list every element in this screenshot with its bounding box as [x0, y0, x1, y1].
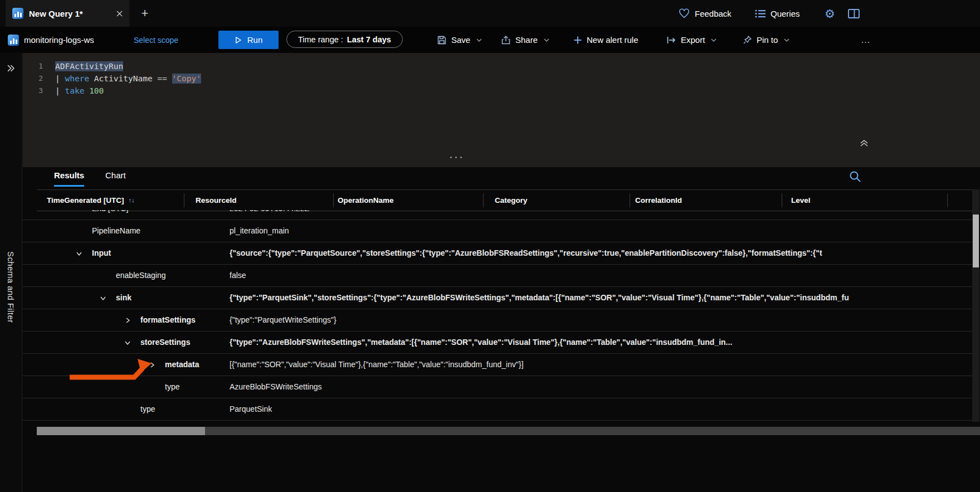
line-number: 3 — [23, 85, 55, 97]
expanded-row-details: End [UTC] 2024-02-09T19:44:22Z PipelineN… — [23, 210, 972, 422]
column-header-level[interactable]: Level — [791, 190, 811, 211]
code-token-number: 100 — [89, 86, 104, 95]
field-value: {"type":"ParquetWriteSettings"} — [230, 309, 953, 331]
column-header-resourceid[interactable]: ResourceId — [196, 190, 237, 211]
code-token-keyword: where — [65, 74, 89, 83]
column-header-category[interactable]: Category — [495, 190, 528, 211]
results-pane: Results Chart TimeGenerated [UTC] ↑↓ Res… — [23, 167, 980, 492]
select-scope-link[interactable]: Select scope — [134, 27, 178, 53]
detail-row[interactable]: End [UTC] 2024-02-09T19:44:22Z — [23, 210, 972, 220]
chevron-down-icon[interactable] — [100, 295, 106, 301]
vertical-scrollbar[interactable] — [972, 189, 979, 422]
more-commands-button[interactable]: … — [861, 27, 871, 53]
chevron-right-icon[interactable] — [149, 362, 155, 368]
time-range-picker[interactable]: Time range : Last 7 days — [286, 31, 403, 48]
log-analytics-icon — [12, 8, 23, 19]
horizontal-scrollbar[interactable] — [37, 427, 980, 435]
detail-row[interactable]: sink {"type":"ParquetSink","storeSetting… — [23, 287, 972, 309]
column-label: ResourceId — [196, 190, 237, 211]
chevron-down-icon[interactable] — [76, 250, 82, 257]
column-header-operationname[interactable]: OperationName — [338, 190, 394, 211]
query-tab-strip: New Query 1* + Feedback Queries ⚙ — [0, 0, 980, 27]
column-label: OperationName — [338, 190, 394, 211]
detail-row-metadata[interactable]: metadata [{"name":"SOR","value":"Visual … — [23, 354, 972, 376]
field-value: ParquetSink — [230, 398, 953, 420]
field-key: Input — [92, 242, 111, 264]
chevron-down-icon[interactable] — [476, 38, 482, 42]
gear-icon: ⚙ — [825, 8, 835, 20]
workspace-name: monitoring-logs-ws — [24, 35, 94, 45]
save-icon — [437, 36, 446, 45]
expand-sidebar-icon[interactable] — [7, 64, 15, 72]
queries-button[interactable]: Queries — [755, 0, 800, 27]
tab-title: New Query 1* — [29, 9, 83, 18]
field-key: type — [140, 398, 155, 420]
pin-to-button[interactable]: Pin to — [743, 27, 789, 53]
detail-row[interactable]: Input {"source":{"type":"ParquetSource",… — [23, 242, 972, 265]
column-divider[interactable] — [947, 193, 948, 207]
detail-row[interactable]: type AzureBlobFSWriteSettings — [23, 376, 972, 398]
column-header-correlationid[interactable]: CorrelationId — [635, 190, 682, 211]
export-label: Export — [681, 35, 705, 45]
vertical-scrollbar-thumb[interactable] — [973, 215, 979, 267]
column-divider[interactable] — [782, 193, 782, 207]
detail-row[interactable]: enableStaging false — [23, 265, 972, 287]
column-divider[interactable] — [184, 193, 184, 207]
share-button[interactable]: Share — [501, 27, 549, 53]
field-key: sink — [116, 287, 131, 309]
column-header-timegenerated[interactable]: TimeGenerated [UTC] ↑↓ — [47, 190, 135, 211]
new-alert-rule-button[interactable]: New alert rule — [574, 27, 638, 53]
side-pane-toggle-button[interactable] — [848, 0, 860, 27]
sidebar-panel-label[interactable]: Schema and Filter — [6, 251, 16, 323]
column-divider[interactable] — [483, 193, 484, 207]
search-icon[interactable] — [849, 171, 861, 183]
field-key: storeSettings — [140, 332, 190, 353]
feedback-label: Feedback — [695, 9, 732, 18]
chevron-down-icon[interactable] — [124, 339, 131, 346]
run-button[interactable]: Run — [218, 31, 279, 49]
code-token-keyword: take — [65, 86, 84, 95]
chevron-down-icon[interactable] — [711, 38, 716, 42]
feedback-button[interactable]: Feedback — [679, 0, 732, 27]
queries-label: Queries — [771, 9, 800, 18]
field-value: {"type":"ParquetSink","storeSettings":{"… — [230, 287, 953, 309]
export-button[interactable]: Export — [667, 27, 716, 53]
settings-button[interactable]: ⚙ — [825, 0, 835, 27]
field-value: false — [230, 265, 953, 286]
detail-row[interactable]: type ParquetSink — [23, 398, 972, 421]
tab-results[interactable]: Results — [54, 171, 84, 187]
tab-chart[interactable]: Chart — [105, 171, 126, 185]
pin-icon — [743, 36, 752, 44]
query-editor[interactable]: 1 ADFActivityRun 2 | where ActivityName … — [23, 53, 980, 167]
horizontal-scrollbar-thumb[interactable] — [37, 427, 205, 435]
results-table-header: TimeGenerated [UTC] ↑↓ ResourceId Operat… — [37, 189, 972, 211]
log-analytics-app: New Query 1* + Feedback Queries ⚙ — [0, 0, 980, 492]
field-key: PipelineName — [92, 220, 140, 242]
collapse-editor-icon[interactable] — [860, 139, 869, 147]
close-tab-icon[interactable] — [116, 11, 123, 17]
detail-row[interactable]: PipelineName pl_iteration_main — [23, 220, 972, 242]
pane-resize-grip-icon[interactable] — [450, 157, 464, 160]
chevron-right-icon[interactable] — [124, 317, 131, 324]
sort-icon[interactable]: ↑↓ — [129, 190, 135, 211]
field-value: {"type":"AzureBlobFSWriteSettings","meta… — [230, 332, 953, 353]
column-divider[interactable] — [333, 193, 334, 207]
detail-row[interactable]: storeSettings {"type":"AzureBlobFSWriteS… — [23, 332, 972, 354]
line-number: 2 — [23, 72, 55, 85]
column-divider[interactable] — [630, 193, 630, 207]
queries-list-icon — [755, 9, 766, 18]
field-value: [{"name":"SOR","value":"Visual Time"},{"… — [230, 354, 953, 376]
field-key: End [UTC] — [92, 210, 128, 220]
column-label: Category — [495, 190, 528, 211]
new-tab-button[interactable]: + — [137, 4, 153, 22]
save-button[interactable]: Save — [437, 27, 482, 53]
export-icon — [667, 36, 676, 44]
code-line: 1 ADFActivityRun — [23, 60, 980, 72]
field-value: pl_iteration_main — [230, 220, 953, 242]
field-key: type — [165, 376, 179, 398]
chevron-down-icon[interactable] — [544, 38, 549, 42]
chevron-down-icon[interactable] — [784, 38, 789, 42]
save-label: Save — [451, 35, 470, 45]
tab-new-query-1[interactable]: New Query 1* — [6, 0, 129, 27]
detail-row[interactable]: formatSettings {"type":"ParquetWriteSett… — [23, 309, 972, 332]
